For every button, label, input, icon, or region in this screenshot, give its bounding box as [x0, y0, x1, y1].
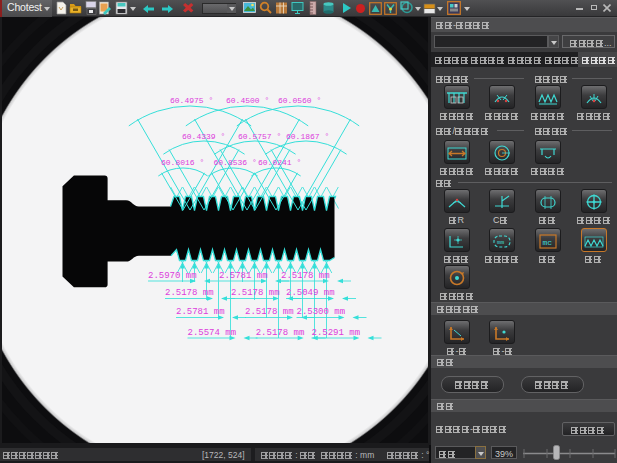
svg-text:2.5178 mm: 2.5178 mm: [231, 288, 280, 298]
svg-text:2.5574 mm: 2.5574 mm: [188, 328, 237, 338]
svg-text:mc: mc: [543, 238, 553, 247]
svg-text:60.4339 °: 60.4339 °: [182, 132, 225, 141]
svg-text:60.4975 °: 60.4975 °: [170, 96, 213, 105]
svg-text:60.5757 °: 60.5757 °: [238, 132, 281, 141]
svg-text:60.8536 °: 60.8536 °: [214, 158, 257, 167]
svg-text:2.5178 mm: 2.5178 mm: [245, 307, 294, 317]
svg-text:2.5178 mm: 2.5178 mm: [281, 271, 330, 281]
svg-text:2.5781 mm: 2.5781 mm: [176, 307, 225, 317]
svg-text:2.5178 mm: 2.5178 mm: [165, 288, 214, 298]
svg-text:60.4500 °: 60.4500 °: [226, 96, 269, 105]
svg-text:60.1867 °: 60.1867 °: [286, 132, 329, 141]
svg-text:2.5300 mm: 2.5300 mm: [297, 307, 346, 317]
svg-text:2.5781 mm: 2.5781 mm: [219, 271, 268, 281]
svg-text:60.0241 °: 60.0241 °: [258, 158, 301, 167]
svg-text:mm: mm: [497, 239, 505, 246]
svg-text:60.8016 °: 60.8016 °: [161, 158, 204, 167]
svg-text:2.5178 mm: 2.5178 mm: [256, 328, 305, 338]
svg-text:2.5291 mm: 2.5291 mm: [312, 328, 361, 338]
svg-text:2.5970 mm: 2.5970 mm: [148, 271, 197, 281]
svg-text:2.5049 mm: 2.5049 mm: [286, 288, 335, 298]
svg-text:60.0560 °: 60.0560 °: [278, 96, 321, 105]
